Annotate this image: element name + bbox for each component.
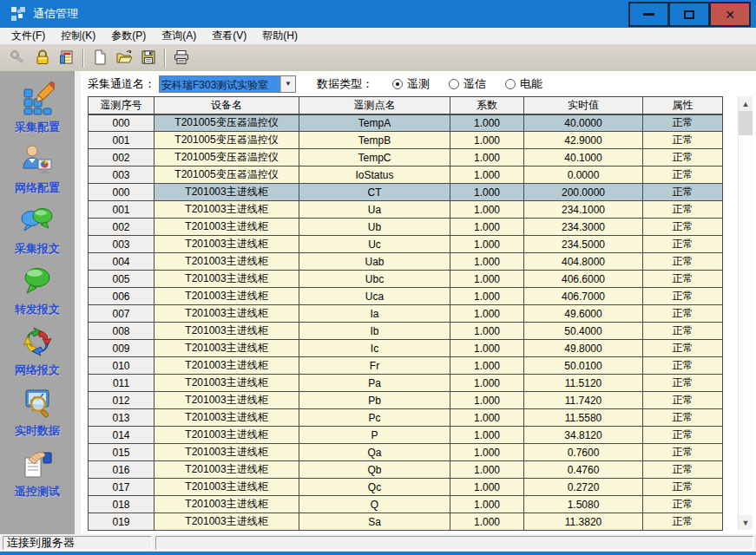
cell-serial[interactable]: 004 xyxy=(89,253,154,271)
cell-attribute[interactable]: 正常 xyxy=(643,132,723,149)
vertical-scrollbar[interactable]: ▲ ▼ xyxy=(738,96,753,530)
table-row[interactable]: 006T201003主进线柜Uca1.000406.7000正常 xyxy=(89,288,723,305)
cell-value[interactable]: 49.6000 xyxy=(524,305,643,323)
cell-serial[interactable]: 015 xyxy=(89,444,154,461)
cell-value[interactable]: 11.5120 xyxy=(524,375,643,392)
cell-value[interactable]: 49.8000 xyxy=(524,340,643,357)
table-row[interactable]: 001T201003主进线柜Ua1.000234.1000正常 xyxy=(89,201,723,219)
table-row[interactable]: 000T201005变压器温控仪TempA1.00040.0000正常 xyxy=(89,114,723,132)
cell-point[interactable]: CT xyxy=(299,184,450,201)
cell-coefficient[interactable]: 1.000 xyxy=(450,184,524,201)
sidebar-item-forward-message[interactable]: 转发报文 xyxy=(0,264,75,324)
datatype-radio-telemetry[interactable]: 遥测 xyxy=(392,76,430,92)
menu-item-params[interactable]: 参数(P) xyxy=(103,27,154,45)
cell-value[interactable]: 1.5080 xyxy=(524,496,643,513)
lock-button[interactable] xyxy=(31,48,54,69)
config-button[interactable] xyxy=(56,48,78,69)
cell-value[interactable]: 234.1000 xyxy=(524,201,643,219)
column-header[interactable]: 属性 xyxy=(643,97,723,114)
cell-value[interactable]: 50.4000 xyxy=(524,323,643,340)
cell-attribute[interactable]: 正常 xyxy=(643,236,723,253)
cell-serial[interactable]: 001 xyxy=(89,201,154,219)
cell-point[interactable]: Fr xyxy=(299,357,450,375)
table-row[interactable]: 004T201003主进线柜Uab1.000404.8000正常 xyxy=(89,253,723,271)
cell-device[interactable]: T201003主进线柜 xyxy=(154,409,299,427)
datatype-radio-energy[interactable]: 电能 xyxy=(505,76,542,92)
datatype-radio-signal[interactable]: 遥信 xyxy=(449,76,486,92)
cell-point[interactable]: Uc xyxy=(299,236,450,253)
cell-serial[interactable]: 002 xyxy=(89,219,154,236)
key-button[interactable] xyxy=(7,48,30,69)
cell-attribute[interactable]: 正常 xyxy=(643,288,723,305)
cell-serial[interactable]: 003 xyxy=(89,236,154,253)
cell-coefficient[interactable]: 1.000 xyxy=(450,375,524,392)
cell-coefficient[interactable]: 1.000 xyxy=(450,496,524,513)
table-row[interactable]: 009T201003主进线柜Ic1.00049.8000正常 xyxy=(89,340,723,357)
cell-coefficient[interactable]: 1.000 xyxy=(450,132,524,149)
cell-device[interactable]: T201003主进线柜 xyxy=(154,201,299,219)
table-row[interactable]: 012T201003主进线柜Pb1.00011.7420正常 xyxy=(89,392,723,409)
sidebar-item-realtime-data[interactable]: 实时数据 xyxy=(0,385,75,446)
table-row[interactable]: 001T201005变压器温控仪TempB1.00042.9000正常 xyxy=(89,132,723,149)
cell-serial[interactable]: 011 xyxy=(89,375,154,392)
cell-value[interactable]: 0.7600 xyxy=(524,444,643,461)
column-header[interactable]: 遥测序号 xyxy=(89,97,154,114)
cell-attribute[interactable]: 正常 xyxy=(643,392,723,409)
cell-attribute[interactable]: 正常 xyxy=(643,166,723,184)
cell-point[interactable]: Q xyxy=(299,496,450,513)
cell-attribute[interactable]: 正常 xyxy=(643,114,723,132)
cell-value[interactable]: 406.7000 xyxy=(524,288,643,305)
cell-point[interactable]: Sa xyxy=(299,513,450,531)
cell-attribute[interactable]: 正常 xyxy=(643,409,723,427)
cell-value[interactable]: 0.4760 xyxy=(524,461,643,479)
cell-value[interactable]: 50.0100 xyxy=(524,357,643,375)
cell-device[interactable]: T201003主进线柜 xyxy=(154,271,299,288)
cell-attribute[interactable]: 正常 xyxy=(643,496,723,513)
cell-device[interactable]: T201003主进线柜 xyxy=(154,323,299,340)
cell-point[interactable]: Ic xyxy=(299,340,450,357)
cell-serial[interactable]: 000 xyxy=(89,184,154,201)
cell-attribute[interactable]: 正常 xyxy=(643,357,723,375)
cell-attribute[interactable]: 正常 xyxy=(643,219,723,236)
cell-coefficient[interactable]: 1.000 xyxy=(450,253,524,271)
cell-serial[interactable]: 012 xyxy=(89,392,154,409)
cell-attribute[interactable]: 正常 xyxy=(643,305,723,323)
cell-serial[interactable]: 008 xyxy=(89,323,154,340)
channel-combobox[interactable]: 安科瑞F303测试实验室 ▼ xyxy=(159,75,296,93)
radio-icon[interactable] xyxy=(449,79,459,89)
cell-device[interactable]: T201003主进线柜 xyxy=(154,219,299,236)
cell-value[interactable]: 234.5000 xyxy=(524,236,643,253)
radio-icon[interactable] xyxy=(505,79,516,89)
menu-item-query[interactable]: 查询(A) xyxy=(154,27,204,45)
cell-attribute[interactable]: 正常 xyxy=(643,253,723,271)
cell-point[interactable]: IoStatus xyxy=(299,166,450,184)
cell-coefficient[interactable]: 1.000 xyxy=(450,409,524,427)
cell-device[interactable]: T201003主进线柜 xyxy=(154,392,299,409)
table-row[interactable]: 000T201003主进线柜CT1.000200.0000正常 xyxy=(89,184,723,201)
scroll-down-button[interactable]: ▼ xyxy=(739,515,753,530)
table-row[interactable]: 019T201003主进线柜Sa1.00011.3820正常 xyxy=(89,513,723,531)
cell-serial[interactable]: 019 xyxy=(89,513,154,531)
cell-serial[interactable]: 014 xyxy=(89,427,154,444)
cell-serial[interactable]: 003 xyxy=(89,166,154,184)
cell-attribute[interactable]: 正常 xyxy=(643,479,723,496)
cell-value[interactable]: 11.7420 xyxy=(524,392,643,409)
minimize-button[interactable] xyxy=(628,2,669,27)
cell-serial[interactable]: 009 xyxy=(89,340,154,357)
cell-point[interactable]: Ub xyxy=(299,219,450,236)
cell-coefficient[interactable]: 1.000 xyxy=(450,427,524,444)
cell-device[interactable]: T201003主进线柜 xyxy=(154,357,299,375)
save-button[interactable] xyxy=(137,48,160,69)
table-row[interactable]: 017T201003主进线柜Qc1.0000.2720正常 xyxy=(89,479,723,496)
cell-attribute[interactable]: 正常 xyxy=(643,375,723,392)
cell-coefficient[interactable]: 1.000 xyxy=(450,219,524,236)
scroll-up-button[interactable]: ▲ xyxy=(739,96,753,111)
radio-selected-icon[interactable] xyxy=(392,79,403,89)
table-row[interactable]: 011T201003主进线柜Pa1.00011.5120正常 xyxy=(89,375,723,392)
sidebar-item-collect-config[interactable]: 采集配置 xyxy=(0,82,75,142)
menu-item-file[interactable]: 文件(F) xyxy=(3,27,53,45)
cell-attribute[interactable]: 正常 xyxy=(643,427,723,444)
cell-serial[interactable]: 000 xyxy=(89,114,154,132)
table-row[interactable]: 003T201005变压器温控仪IoStatus1.0000.0000正常 xyxy=(89,166,723,184)
scrollbar-thumb[interactable] xyxy=(739,111,753,135)
